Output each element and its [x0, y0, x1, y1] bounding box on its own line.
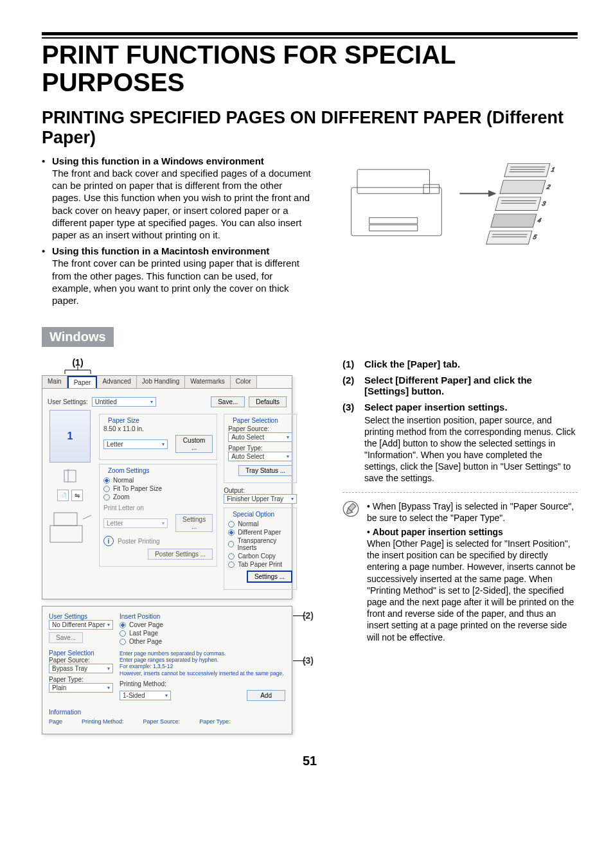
tab-job-handling[interactable]: Job Handling — [137, 376, 185, 388]
different-paper-dialog: (2) (3) User Settings No Different Paper… — [42, 606, 292, 734]
page-number: 51 — [42, 754, 578, 768]
platform-windows-badge: Windows — [42, 327, 114, 347]
step-2: (2) Select [Different Paper] and click t… — [342, 375, 578, 396]
tab-main[interactable]: Main — [42, 376, 67, 388]
custom-button[interactable]: Custom ... — [175, 435, 213, 453]
driver-paper-dialog: Main Paper Advanced Job Handling Waterma… — [42, 375, 292, 599]
ip-other[interactable]: Other Page — [120, 638, 285, 645]
paper-source-select[interactable]: Auto Select▾ — [228, 432, 292, 442]
zoom-fit[interactable]: Fit To Paper Size — [103, 485, 213, 492]
svg-rect-13 — [491, 214, 537, 227]
bullet-title-win: Using this function in a Windows environ… — [52, 155, 264, 166]
tip-about-title: About paper insertion settings — [373, 527, 503, 537]
special-settings-button[interactable]: Settings ... — [247, 571, 292, 583]
tab-color[interactable]: Color — [231, 376, 257, 388]
user-settings-label: User Settings: — [48, 398, 88, 405]
svg-marker-6 — [488, 190, 495, 196]
defaults-button[interactable]: Defaults — [249, 396, 287, 407]
bullet-mac: • Using this function in a Macintosh env… — [42, 245, 312, 306]
duplex-icon[interactable]: ⇋ — [71, 490, 83, 501]
svg-rect-3 — [369, 218, 418, 224]
svg-text:3: 3 — [542, 200, 547, 207]
orientation-icon[interactable]: 📄 — [57, 490, 69, 501]
svg-rect-24 — [64, 470, 76, 482]
dp-add-button[interactable]: Add — [247, 690, 285, 701]
so-normal[interactable]: Normal — [228, 520, 292, 527]
printer-illustration: 1 2 3 4 5 — [330, 157, 578, 256]
svg-rect-4 — [369, 225, 418, 231]
dashed-separator — [342, 492, 578, 493]
zoom-settings-button[interactable]: Settings ... — [175, 514, 213, 532]
so-different-paper[interactable]: Different Paper — [228, 529, 292, 536]
ip-last[interactable]: Last Page — [120, 630, 285, 637]
section-title: PRINTING SPECIFIED PAGES ON DIFFERENT PA… — [42, 108, 578, 146]
svg-rect-26 — [50, 526, 82, 542]
dp-paper-type-select[interactable]: Plain▾ — [49, 683, 113, 693]
svg-text:2: 2 — [546, 183, 552, 190]
dp-print-method-select[interactable]: 1-Sided▾ — [120, 691, 171, 700]
info-icon: i — [103, 536, 114, 546]
bullet-windows: • Using this function in a Windows envir… — [42, 155, 312, 241]
tip-bypass: When [Bypass Tray] is selected in "Paper… — [367, 501, 574, 523]
zoom-fieldset: Zoom Settings Normal Fit To Paper Size Z… — [99, 464, 217, 567]
dp-user-settings-select[interactable]: No Different Paper▾ — [49, 620, 113, 630]
paper-selection-fieldset: Paper Selection Paper Source: Auto Selec… — [224, 414, 297, 483]
special-option-fieldset: Special Option Normal Different Paper Tr… — [224, 508, 297, 590]
dp-save-button[interactable]: Save... — [49, 632, 83, 643]
paper-type-select[interactable]: Auto Select▾ — [228, 452, 292, 461]
svg-rect-9 — [500, 180, 546, 193]
bullet-body-mac: The front cover can be printed using pap… — [52, 258, 299, 306]
dp-paper-source-select[interactable]: Bypass Tray▾ — [49, 664, 113, 673]
tab-paper[interactable]: Paper — [67, 376, 98, 388]
page-preview: 1 — [49, 410, 91, 463]
so-tab[interactable]: Tab Paper Print — [228, 561, 292, 568]
svg-text:5: 5 — [533, 234, 538, 241]
preview-pane: 1 📄 ⇋ — [48, 410, 93, 594]
svg-rect-2 — [423, 184, 439, 193]
step-3: (3) Select paper insertion settings. Sel… — [342, 402, 578, 484]
ip-cover[interactable]: Cover Page — [120, 621, 285, 628]
print-on-select: Letter▾ — [103, 518, 168, 528]
staple-icon — [62, 468, 78, 484]
svg-rect-0 — [351, 188, 442, 236]
save-button[interactable]: Save... — [211, 396, 245, 407]
svg-line-28 — [83, 515, 91, 519]
svg-rect-1 — [357, 170, 430, 194]
page-title: PRINT FUNCTIONS FOR SPECIAL PURPOSES — [42, 41, 578, 96]
svg-text:4: 4 — [537, 217, 542, 224]
paper-size-fieldset: Paper Size 8.50 x 11.0 in. Letter▾ Custo… — [99, 414, 217, 460]
bullet-title-mac: Using this function in a Macintosh envir… — [52, 245, 269, 256]
user-settings-select[interactable]: Untitled▾ — [92, 397, 156, 407]
poster-settings-button[interactable]: Poster Settings ... — [148, 549, 213, 560]
so-carbon[interactable]: Carbon Copy — [228, 553, 292, 560]
svg-rect-11 — [495, 197, 541, 211]
chevron-down-icon: ▾ — [150, 399, 153, 405]
bullet-body-win: The front and back cover and specified p… — [52, 168, 311, 240]
svg-rect-27 — [54, 513, 77, 526]
tab-advanced[interactable]: Advanced — [97, 376, 136, 388]
output-select[interactable]: Finisher Upper Tray▾ — [224, 494, 297, 504]
tab-watermarks[interactable]: Watermarks — [185, 376, 231, 388]
paper-size-select[interactable]: Letter▾ — [103, 439, 168, 449]
so-transparency[interactable]: Transparency Inserts — [228, 537, 292, 551]
zoom-normal[interactable]: Normal — [103, 477, 213, 484]
step-1: (1) Click the [Paper] tab. — [342, 359, 578, 369]
svg-rect-7 — [504, 163, 550, 177]
chevron-down-icon: ▾ — [162, 441, 164, 447]
top-rule — [42, 32, 578, 39]
svg-rect-15 — [486, 231, 532, 244]
pencil-note-icon — [342, 500, 359, 643]
svg-text:1: 1 — [551, 166, 556, 173]
zoom-zoom[interactable]: Zoom — [103, 493, 213, 500]
tray-diagram-icon — [48, 506, 93, 545]
tip-about-body: When [Other Page] is selected for "Inser… — [367, 538, 578, 643]
tray-status-button[interactable]: Tray Status ... — [238, 465, 292, 476]
